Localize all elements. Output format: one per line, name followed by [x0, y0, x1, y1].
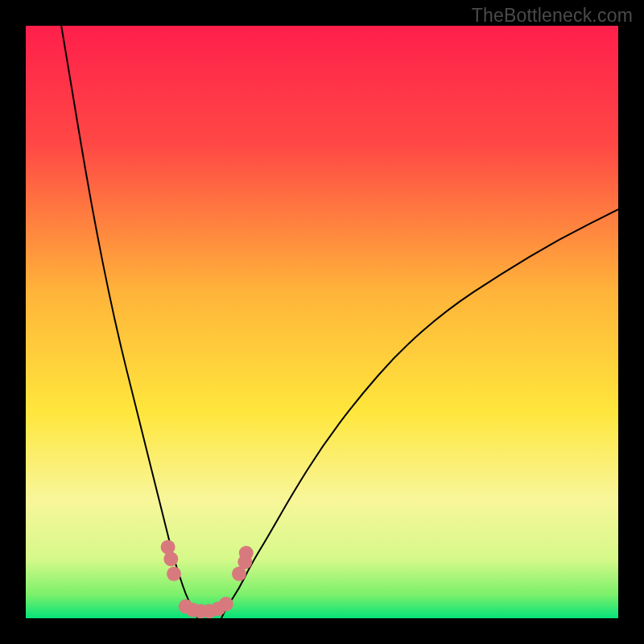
curve-right-branch — [221, 209, 618, 618]
watermark-text: TheBottleneck.com — [472, 5, 633, 27]
outer-frame: TheBottleneck.com — [0, 0, 644, 644]
curve-left-branch — [61, 26, 197, 618]
chart-svg — [26, 26, 618, 618]
left-marker-3 — [167, 567, 181, 581]
trough-markers — [161, 540, 254, 618]
left-marker-2 — [163, 551, 178, 566]
right-marker-3 — [239, 546, 254, 560]
trough-6 — [219, 597, 233, 611]
